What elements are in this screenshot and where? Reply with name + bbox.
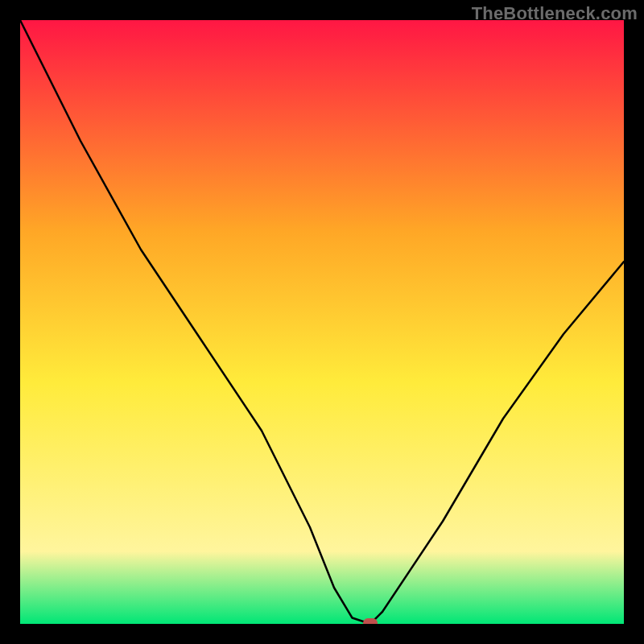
chart-svg <box>20 20 624 624</box>
chart-frame: TheBottleneck.com <box>0 0 644 644</box>
optimal-point-marker <box>363 618 378 624</box>
gradient-background <box>20 20 624 624</box>
plot-area <box>20 20 624 624</box>
